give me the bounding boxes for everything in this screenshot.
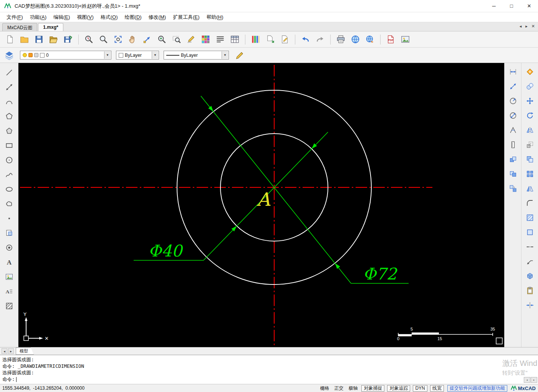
draw-spline-button[interactable] [3, 169, 15, 180]
dim-angular-button[interactable] [507, 124, 519, 136]
draw-hatch-button[interactable] [3, 300, 15, 312]
dim-linear-button[interactable] [507, 66, 519, 78]
zoom-scale-button[interactable] [141, 33, 154, 46]
open-folder-button[interactable] [47, 33, 60, 46]
draw-order-pencil-icon[interactable] [233, 50, 246, 61]
dim-baseline-button[interactable] [507, 154, 519, 165]
draw-order-button[interactable] [249, 33, 262, 46]
pdf-export-button[interactable]: PDF [384, 33, 397, 46]
layers-icon[interactable] [3, 50, 15, 61]
tab-mxcad-cloud[interactable]: MxCAD云图 [2, 23, 37, 31]
command-line[interactable]: 命令: [2, 376, 536, 382]
color-palette-button[interactable] [199, 33, 212, 46]
zoom-previous-button[interactable] [82, 33, 96, 46]
draw-arc-button[interactable] [3, 96, 15, 108]
chevron-down-icon[interactable]: ▼ [222, 51, 228, 59]
draw-point-button[interactable] [3, 213, 15, 224]
draw-mtext-button[interactable]: A [3, 286, 15, 297]
status-toggle-ortho[interactable]: 正交 [333, 385, 344, 392]
draw-polyline-button[interactable] [3, 111, 15, 122]
modify-align-button[interactable] [524, 183, 536, 194]
status-toggle-otrack[interactable]: 对象追踪 [387, 385, 410, 392]
dim-aligned-button[interactable] [507, 81, 519, 92]
options-button[interactable] [278, 33, 291, 46]
dimension-inner[interactable]: Φ40 [134, 132, 328, 260]
draw-donut-button[interactable] [3, 242, 15, 253]
modify-array-button[interactable] [524, 168, 536, 180]
modify-move-button[interactable] [524, 95, 536, 107]
save-as-button[interactable] [61, 33, 75, 46]
zoom-window-button[interactable] [97, 33, 110, 46]
model-tab[interactable]: 模型 [16, 347, 34, 355]
draw-polygon-button[interactable] [3, 125, 15, 137]
chevron-down-icon[interactable]: ▼ [104, 51, 111, 59]
redo-button[interactable] [313, 33, 327, 46]
layer-manager-button[interactable] [228, 33, 242, 46]
zoom-extents-button[interactable] [111, 33, 125, 46]
sketch-button[interactable] [184, 33, 198, 46]
status-toggle-osnap[interactable]: 对象捕捉 [361, 385, 384, 392]
draw-text-button[interactable]: A [3, 256, 15, 268]
tab-close-button[interactable]: ✕ [531, 24, 535, 29]
export-button[interactable] [263, 33, 277, 46]
dim-quick-button[interactable] [507, 183, 519, 194]
layout-scroll-left-button[interactable]: ◂ [2, 348, 7, 354]
command-scroll-right-button[interactable]: ▸ [531, 377, 537, 383]
draw-xline-button[interactable] [3, 81, 15, 93]
menu-view[interactable]: 视图(V) [73, 12, 97, 22]
draw-rectangle-button[interactable] [3, 140, 15, 151]
dim-ordinate-button[interactable] [507, 139, 519, 151]
print-button[interactable] [334, 33, 348, 46]
modify-paste-button[interactable] [524, 285, 536, 296]
status-toggle-lineweight[interactable]: 线宽 [430, 385, 444, 392]
draw-line-button[interactable] [3, 67, 15, 78]
draw-revcloud-button[interactable] [3, 198, 15, 210]
open-file-button[interactable] [18, 33, 31, 46]
dimension-outer[interactable]: Φ72 [201, 96, 409, 283]
command-line-panel[interactable]: 选择圆弧或圆:命令: _DRAWDIAMETRICDIMENSION选择圆弧或圆… [0, 355, 538, 384]
close-button[interactable]: ✕ [520, 0, 538, 12]
status-toggle-grid[interactable]: 栅格 [319, 385, 330, 392]
menu-draw[interactable]: 绘图(D) [121, 12, 145, 22]
layout-scroll-right-button[interactable]: ▸ [8, 348, 14, 354]
layer-select[interactable]: 0 ▼ [20, 51, 111, 60]
menu-function[interactable]: 功能(A) [26, 12, 50, 22]
save-button[interactable] [32, 33, 46, 46]
command-scroll-left-button[interactable]: ◂ [524, 377, 530, 383]
modify-offset-button[interactable] [524, 154, 536, 165]
modify-trim-button[interactable] [524, 299, 536, 311]
status-toggle-dyn[interactable]: DYN [413, 385, 427, 392]
undo-button[interactable] [299, 33, 312, 46]
status-toggle-polar[interactable]: 极轴 [347, 385, 359, 392]
text-style-button[interactable] [214, 33, 227, 46]
web-button[interactable] [349, 33, 362, 46]
linetype-select[interactable]: ByLayer ▼ [164, 51, 229, 60]
modify-region-button[interactable] [524, 227, 536, 238]
image-export-button[interactable] [399, 33, 412, 46]
drawing-viewport[interactable]: Φ72 Φ40 A Y [18, 63, 504, 347]
dim-continue-button[interactable] [507, 168, 519, 180]
modify-fillet-button[interactable] [524, 197, 536, 209]
dim-diameter-button[interactable] [507, 110, 519, 121]
draw-circle-button[interactable] [3, 154, 15, 166]
chevron-down-icon[interactable]: ▼ [152, 51, 158, 59]
dim-radius-button[interactable] [507, 95, 519, 107]
color-select[interactable]: ByLayer ▼ [116, 51, 159, 60]
pan-button[interactable] [126, 33, 139, 46]
minimize-button[interactable]: ─ [485, 0, 503, 12]
insert-block-button[interactable] [3, 227, 15, 239]
modify-leader-button[interactable] [524, 256, 536, 267]
modify-linetype-button[interactable] [524, 241, 536, 253]
modify-hatch-edit-button[interactable] [524, 212, 536, 223]
publish-button[interactable] [363, 33, 377, 46]
modify-extrude-button[interactable] [524, 270, 536, 282]
menu-modify[interactable]: 修改(M) [145, 12, 170, 22]
menu-help[interactable]: 帮助(H) [203, 12, 227, 22]
zoom-realtime-button[interactable] [155, 33, 169, 46]
feedback-link[interactable]: 提交软件问题或增加新功能 [447, 385, 507, 392]
menu-file[interactable]: 文件(F) [3, 12, 26, 22]
menu-format[interactable]: 格式(O) [97, 12, 121, 22]
tab-scroll-left-button[interactable]: ◂ [520, 24, 522, 29]
tab-1mxg[interactable]: 1.mxg* [38, 23, 63, 31]
drawing-canvas[interactable]: Φ72 Φ40 A Y [18, 63, 504, 347]
